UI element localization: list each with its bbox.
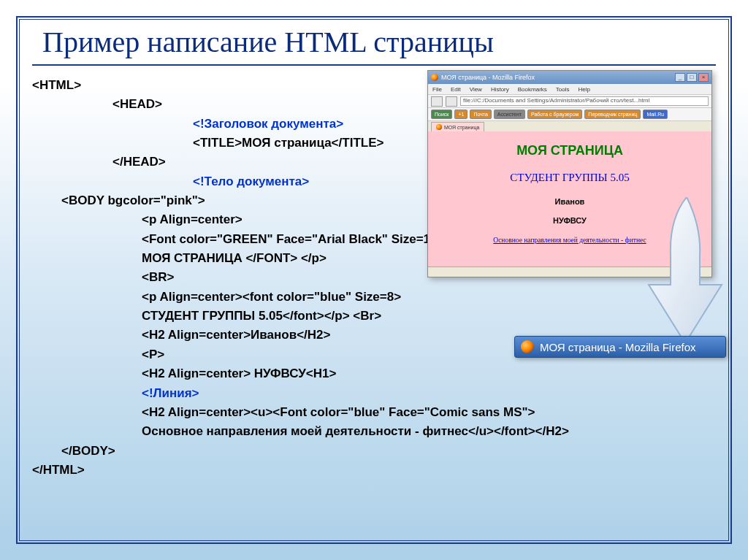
browser-screenshot: МОЯ страница - Mozilla Firefox _ □ × Fil…	[427, 70, 712, 277]
maximize-button[interactable]: □	[687, 73, 697, 82]
browser-addon-toolbar: Поиск +1 Почта Ассистент Работа с браузе…	[428, 107, 711, 120]
minimize-button[interactable]: _	[675, 73, 685, 82]
page-activity-link[interactable]: Основное направления моей деятельности -…	[428, 237, 711, 244]
firefox-icon	[521, 340, 534, 353]
menu-edit[interactable]: Edit	[451, 86, 461, 93]
code-line: <H2 Align=center> НУФВСУ<H1>	[142, 364, 569, 383]
code-line: <p Align=center><font color="blue" Size=…	[142, 288, 569, 307]
browser-tab[interactable]: МОЯ страница	[431, 122, 484, 131]
slide-title: Пример написание HTML страницы	[42, 25, 494, 59]
url-bar[interactable]: file:///C:/Documents and Settings/Admini…	[460, 96, 709, 106]
menu-view[interactable]: View	[470, 86, 482, 93]
firefox-icon	[436, 124, 442, 130]
toolbar-translate-button[interactable]: Переводчик страниц	[584, 110, 641, 119]
back-button[interactable]	[431, 96, 443, 107]
taskbar-label: МОЯ страница - Mozilla Firefox	[540, 341, 696, 353]
toolbar-plus-button[interactable]: +1	[454, 110, 468, 119]
browser-window-title: МОЯ страница - Mozilla Firefox	[441, 74, 535, 81]
browser-window: МОЯ страница - Mozilla Firefox _ □ × Fil…	[427, 70, 712, 277]
menu-help[interactable]: Help	[578, 86, 589, 93]
toolbar-browser-button[interactable]: Работа с браузером	[527, 110, 582, 119]
code-line: <H2 Align=center>Иванов</H2>	[142, 326, 569, 345]
code-line: СТУДЕНТ ГРУППЫ 5.05</font></p> <Br>	[142, 307, 569, 326]
toolbar-mailru-button[interactable]: Mail.Ru	[643, 110, 668, 119]
title-underline	[32, 64, 716, 66]
page-name: Иванов	[428, 197, 711, 206]
toolbar-search-button[interactable]: Поиск	[431, 110, 452, 119]
firefox-icon	[431, 74, 438, 81]
rendered-page: МОЯ СТРАНИЦА СТУДЕНТ ГРУППЫ 5.05 Иванов …	[428, 131, 711, 266]
code-line: </HTML>	[32, 461, 569, 480]
close-button[interactable]: ×	[698, 73, 709, 82]
forward-button[interactable]	[446, 96, 457, 107]
menu-history[interactable]: History	[491, 86, 509, 93]
tab-label: МОЯ страница	[444, 125, 479, 130]
code-line: <P>	[142, 345, 569, 364]
browser-nav-toolbar: file:///C:/Documents and Settings/Admini…	[428, 94, 711, 107]
taskbar-button[interactable]: МОЯ страница - Mozilla Firefox	[514, 336, 726, 358]
browser-titlebar: МОЯ страница - Mozilla Firefox _ □ ×	[428, 71, 711, 84]
code-line: Основное направления моей деятельности -…	[142, 422, 569, 441]
menu-tools[interactable]: Tools	[556, 86, 570, 93]
code-line: <H2 Align=center><u><Font color="blue" F…	[142, 403, 569, 422]
menu-bookmarks[interactable]: Bookmarks	[518, 86, 547, 93]
toolbar-assistant-button[interactable]: Ассистент	[494, 110, 525, 119]
toolbar-mail-button[interactable]: Почта	[470, 110, 491, 119]
page-subheading: СТУДЕНТ ГРУППЫ 5.05	[428, 172, 711, 184]
menu-file[interactable]: File	[432, 86, 442, 93]
page-heading: МОЯ СТРАНИЦА	[428, 143, 711, 158]
code-line: </BODY>	[61, 442, 569, 461]
browser-statusbar	[428, 266, 711, 277]
page-university: НУФВСУ	[428, 216, 711, 225]
browser-tabstrip: МОЯ страница	[428, 120, 711, 131]
code-comment: <!Линия>	[142, 384, 569, 403]
browser-menubar: File Edit View History Bookmarks Tools H…	[428, 84, 711, 94]
